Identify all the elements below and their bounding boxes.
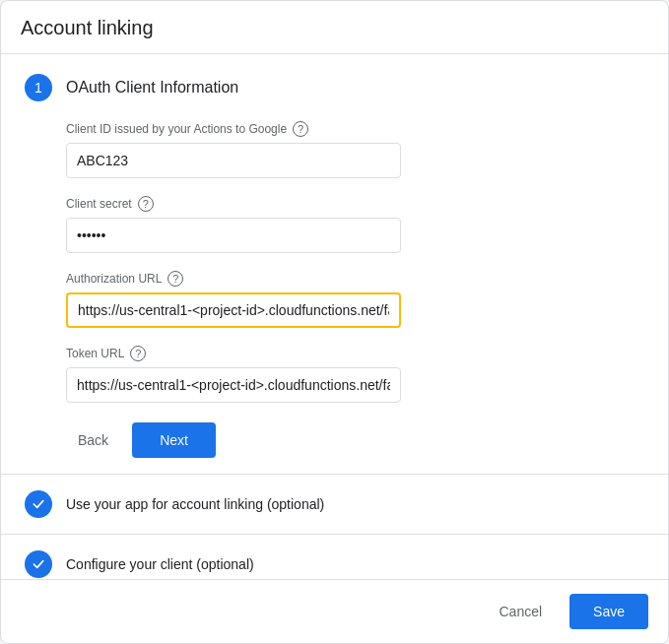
token-url-group: Token URL ? bbox=[66, 346, 644, 403]
client-secret-input[interactable] bbox=[66, 218, 401, 253]
step3-check-circle bbox=[25, 550, 52, 578]
save-button[interactable]: Save bbox=[569, 594, 648, 629]
section-title-step1: OAuth Client Information bbox=[66, 79, 238, 97]
client-secret-help-icon[interactable]: ? bbox=[138, 196, 154, 212]
auth-url-group: Authorization URL ? bbox=[66, 271, 644, 328]
token-url-help-icon[interactable]: ? bbox=[130, 346, 146, 361]
section-header-step1: 1 OAuth Client Information bbox=[25, 74, 644, 101]
client-id-input[interactable] bbox=[66, 143, 401, 178]
auth-url-label: Authorization URL ? bbox=[66, 271, 644, 287]
client-id-help-icon[interactable]: ? bbox=[293, 121, 308, 137]
client-secret-label: Client secret ? bbox=[66, 196, 644, 212]
step2-check-circle bbox=[25, 490, 52, 518]
back-button[interactable]: Back bbox=[66, 424, 120, 456]
client-id-group: Client ID issued by your Actions to Goog… bbox=[66, 121, 644, 178]
client-id-label: Client ID issued by your Actions to Goog… bbox=[66, 121, 644, 137]
configure-client-label: Configure your client (optional) bbox=[66, 556, 254, 572]
client-secret-group: Client secret ? bbox=[66, 196, 644, 253]
token-url-input[interactable] bbox=[66, 367, 401, 403]
dialog-footer: Cancel Save bbox=[1, 579, 668, 643]
account-linking-dialog: Account linking 1 OAuth Client Informati… bbox=[0, 0, 669, 644]
step-circle-1: 1 bbox=[25, 74, 52, 101]
oauth-section: 1 OAuth Client Information Client ID iss… bbox=[1, 54, 668, 475]
auth-url-input[interactable] bbox=[66, 292, 401, 328]
dialog-body: 1 OAuth Client Information Client ID iss… bbox=[1, 54, 668, 579]
step1-buttons: Back Next bbox=[66, 422, 644, 458]
token-url-label: Token URL ? bbox=[66, 346, 644, 361]
auth-url-help-icon[interactable]: ? bbox=[167, 271, 183, 287]
use-app-section: Use your app for account linking (option… bbox=[1, 475, 668, 535]
checkmark-icon bbox=[31, 496, 46, 512]
cancel-button[interactable]: Cancel bbox=[483, 596, 558, 627]
next-button[interactable]: Next bbox=[132, 422, 216, 458]
checkmark-icon-2 bbox=[31, 556, 46, 572]
dialog-title: Account linking bbox=[21, 17, 648, 39]
use-app-label: Use your app for account linking (option… bbox=[66, 496, 324, 512]
configure-client-section: Configure your client (optional) bbox=[1, 535, 668, 579]
dialog-header: Account linking bbox=[1, 1, 668, 54]
